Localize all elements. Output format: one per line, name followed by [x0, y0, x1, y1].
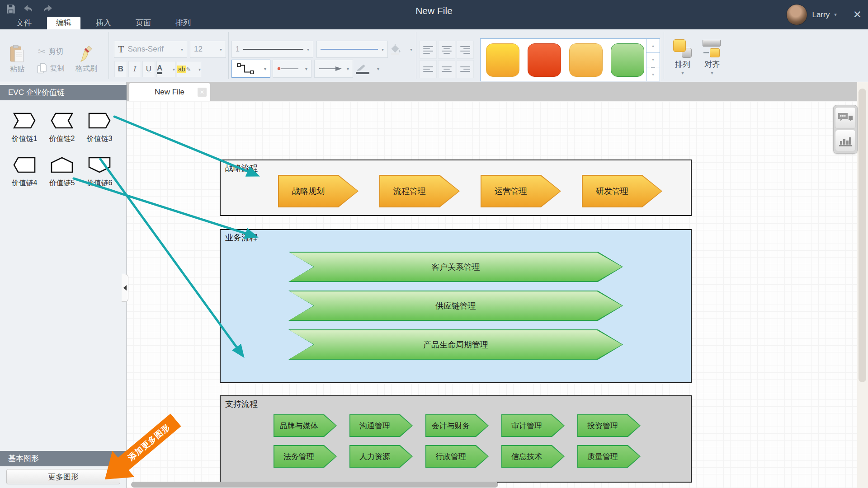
menu-tab[interactable]: 排列 [166, 17, 200, 29]
pentagon-up-icon [51, 157, 73, 173]
bold-button[interactable]: B [114, 61, 127, 77]
underline-button[interactable]: U [142, 61, 155, 77]
close-window-icon[interactable]: ✕ [853, 9, 862, 21]
swatch-scroll-down-icon[interactable]: ▾ [646, 53, 660, 67]
align-button[interactable]: 对齐 ▾ [698, 38, 726, 81]
shape-value-chain-4[interactable]: 价值链4 [6, 150, 42, 194]
italic-button[interactable]: I [128, 61, 141, 77]
swatch-scroll-up-icon[interactable]: ▴ [646, 39, 660, 53]
scissors-icon: ✂ [38, 46, 46, 57]
separator [664, 32, 664, 79]
copy-button[interactable]: 复制 [32, 62, 70, 75]
paste-button[interactable]: 粘贴 [4, 42, 31, 76]
shape-library-sidebar: EVC 企业价值链 价值链1 价值链2 价值链3 价值链4 价值链5 价值链6 … [0, 82, 127, 488]
style-swatch[interactable] [569, 43, 603, 77]
support-arrow-shape[interactable]: 人力资源 [349, 445, 413, 468]
font-family-select[interactable]: T Sans-Serif ▾ [114, 41, 187, 58]
broom-icon [79, 45, 94, 62]
chart-button[interactable] [835, 130, 856, 151]
shape-value-chain-1[interactable]: 价值链1 [6, 106, 42, 150]
swatch-scroll-more-icon[interactable]: ▾ [646, 67, 660, 81]
business-band-shape[interactable]: 供应链管理 [288, 291, 623, 321]
window-title: New File [0, 5, 868, 16]
menu-tab[interactable]: 文件 [7, 17, 41, 29]
support-arrow-shape[interactable]: 会计与财务 [425, 414, 489, 437]
support-arrow-shape[interactable]: 投资管理 [577, 414, 641, 437]
support-arrow-shape[interactable]: 质量管理 [577, 445, 641, 468]
shape-value-chain-6[interactable]: 价值链6 [81, 150, 118, 194]
business-shapes: 客户关系管理 供应链管理 产品生命周期管理 [288, 252, 623, 360]
sidebar-collapse-handle[interactable] [122, 274, 128, 302]
shape-value-chain-2[interactable]: 价值链2 [44, 106, 80, 150]
menu-tab[interactable]: 页面 [127, 17, 160, 29]
support-arrow-shape[interactable]: 品牌与媒体 [274, 414, 337, 437]
business-band-shape[interactable]: 客户关系管理 [288, 252, 623, 282]
arrange-button[interactable]: 排列 ▾ [669, 38, 696, 81]
line-start-select[interactable]: ▾ [273, 60, 311, 78]
vertical-scrollbar[interactable] [857, 82, 868, 488]
cut-button[interactable]: ✂ 剪切 [32, 46, 70, 57]
style-swatch[interactable] [486, 43, 519, 77]
menu-bar: 文件 编辑 插入 页面 排列 [7, 17, 200, 29]
drawing-canvas[interactable]: 战略流程 战略规划 流程管理 运营管理 研发管理 [127, 101, 857, 488]
horizontal-scrollbar-thumb[interactable] [131, 482, 498, 488]
arrange-icon [672, 38, 693, 58]
dropdown-caret-icon: ▾ [410, 47, 412, 52]
comments-button[interactable] [835, 107, 856, 129]
line-style-select[interactable]: ▾ [316, 41, 388, 58]
separator [416, 32, 416, 79]
line-width-select[interactable]: 1 ▾ [231, 41, 313, 58]
library-section-header[interactable]: EVC 企业价值链 [0, 85, 127, 100]
business-band-shape[interactable]: 产品生命周期管理 [288, 329, 623, 360]
shape-value-chain-5[interactable]: 价值链5 [44, 150, 80, 194]
align-left-button[interactable] [420, 41, 437, 59]
strategy-arrow-shape[interactable]: 运营管理 [481, 175, 561, 207]
support-shapes-row2: 法务管理 人力资源 行政管理 信息技术 质量管理 [274, 445, 641, 468]
font-T-icon: T [118, 43, 124, 55]
more-shapes-button[interactable]: 更多图形 [6, 469, 120, 484]
support-arrow-shape[interactable]: 沟通管理 [349, 414, 413, 437]
group-strategy-process[interactable]: 战略流程 战略规划 流程管理 运营管理 研发管理 [220, 160, 692, 216]
group-title: 支持流程 [225, 399, 258, 409]
connector-type-select[interactable]: ▾ [231, 60, 270, 78]
support-shapes-row1: 品牌与媒体 沟通管理 会计与财务 审计管理 投资管理 [274, 414, 641, 437]
valign-middle-button[interactable] [438, 60, 455, 78]
fill-color-button[interactable]: ▾ [390, 41, 412, 58]
format-painter-button[interactable]: 格式刷 [70, 42, 103, 76]
swatch-row [486, 43, 644, 77]
tab-close-icon[interactable]: ✕ [198, 88, 207, 97]
line-width-preview [243, 49, 303, 50]
menu-tab[interactable]: 插入 [87, 17, 120, 29]
user-name[interactable]: Larry [812, 10, 830, 19]
support-arrow-shape[interactable]: 法务管理 [274, 445, 337, 468]
font-size-select[interactable]: 12 ▾ [190, 41, 226, 58]
menu-tab[interactable]: 编辑 [47, 17, 80, 29]
document-tab[interactable]: New File ✕ [129, 83, 210, 101]
line-end-select[interactable]: ▾ [314, 60, 353, 78]
group-support-process[interactable]: 支持流程 品牌与媒体 沟通管理 会计与财务 审计管 [220, 395, 692, 483]
highlight-button[interactable]: ab ✎ ▾ [177, 61, 201, 77]
shape-value-chain-3[interactable]: 价值链3 [81, 106, 118, 150]
dropdown-caret-icon: ▾ [305, 66, 307, 71]
group-business-process[interactable]: 业务流程 客户关系管理 供应链管理 产品生命周期管理 [220, 229, 692, 383]
style-swatch[interactable] [528, 43, 561, 77]
support-arrow-shape[interactable]: 审计管理 [501, 414, 565, 437]
line-color-button[interactable]: ▾ [356, 60, 379, 78]
valign-top-button[interactable] [420, 60, 437, 78]
vertical-scrollbar-thumb[interactable] [859, 89, 866, 382]
chat-bubbles-icon [838, 112, 853, 124]
support-arrow-shape[interactable]: 信息技术 [501, 445, 565, 468]
style-swatch[interactable] [611, 43, 644, 77]
align-right-button[interactable] [457, 41, 474, 59]
avatar[interactable] [786, 4, 807, 25]
strategy-arrow-shape[interactable]: 战略规划 [278, 175, 359, 207]
support-arrow-shape[interactable]: 行政管理 [425, 445, 489, 468]
font-color-button[interactable]: A ▾ [156, 61, 175, 77]
user-menu-caret-icon[interactable]: ▾ [834, 12, 837, 18]
basic-shapes-section-header[interactable]: 基本图形 [0, 451, 127, 466]
strategy-arrow-shape[interactable]: 研发管理 [582, 175, 662, 207]
align-center-button[interactable] [438, 41, 455, 59]
valign-bottom-button[interactable] [457, 60, 474, 78]
strategy-arrow-shape[interactable]: 流程管理 [379, 175, 460, 207]
chevron-band-left-icon [51, 113, 73, 129]
